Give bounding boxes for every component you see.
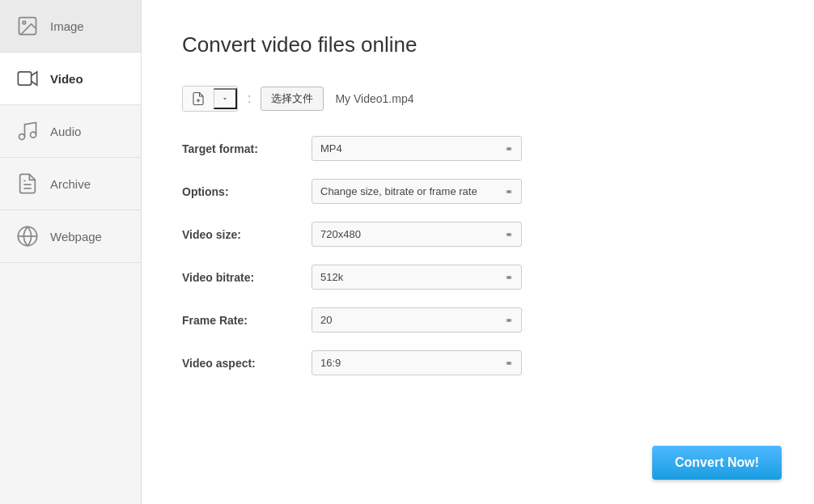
file-add-button-group [182,86,238,112]
video-aspect-row: Video aspect: 16:9 4:3 1:1 21:9 [182,350,774,375]
sidebar-item-image-label: Image [50,19,84,33]
sidebar-item-archive[interactable]: Archive [0,158,141,210]
video-aspect-select[interactable]: 16:9 4:3 1:1 21:9 [312,350,522,375]
frame-rate-label: Frame Rate: [182,314,312,327]
convert-now-button[interactable]: Convert Now! [652,446,782,480]
video-size-label: Video size: [182,228,312,241]
target-format-select[interactable]: MP4 AVI MKV MOV WMV FLV WebM [312,136,522,161]
archive-icon [16,172,39,195]
sidebar-item-audio-label: Audio [50,125,81,138]
main-content: Convert video files online : 选择文件 My Vid… [142,0,814,504]
svg-point-4 [31,132,36,138]
sidebar-item-video[interactable]: Video [0,53,141,105]
add-file-button[interactable] [183,87,214,111]
sidebar-item-webpage-label: Webpage [50,230,102,244]
options-label: Options: [182,185,312,198]
svg-point-3 [19,134,25,140]
image-icon [16,15,39,37]
video-bitrate-row: Video bitrate: 512k 256k 1024k 2048k 128… [182,265,774,290]
sidebar: Image Video Audio Archive [0,0,142,504]
frame-rate-row: Frame Rate: 20 24 25 30 60 [182,307,774,332]
sidebar-item-archive-label: Archive [50,177,91,191]
options-row: Options: Change size, bitrate or frame r… [182,179,774,204]
page-title: Convert video files online [182,32,774,57]
colon-separator: : [244,91,254,106]
file-selector-row: : 选择文件 My Video1.mp4 [182,86,774,112]
svg-rect-2 [18,72,31,85]
video-aspect-label: Video aspect: [182,357,312,370]
svg-point-1 [23,21,26,24]
sidebar-item-audio[interactable]: Audio [0,105,141,158]
video-bitrate-select[interactable]: 512k 256k 1024k 2048k 128k [312,265,522,290]
choose-file-button[interactable]: 选择文件 [261,87,324,111]
options-select[interactable]: Change size, bitrate or frame rate Defau… [312,179,522,204]
video-size-select[interactable]: 720x480 1280x720 1920x1080 640x360 320x2… [312,222,522,247]
chevron-down-icon [221,95,229,103]
sidebar-item-image[interactable]: Image [0,0,141,53]
video-size-row: Video size: 720x480 1280x720 1920x1080 6… [182,222,774,247]
webpage-icon [16,225,39,248]
video-bitrate-label: Video bitrate: [182,271,312,284]
audio-icon [16,120,39,142]
video-icon [16,67,39,90]
file-plus-icon [191,91,206,106]
target-format-row: Target format: MP4 AVI MKV MOV WMV FLV W… [182,136,774,161]
sidebar-item-video-label: Video [50,72,83,86]
selected-file-name: My Video1.mp4 [335,92,413,105]
target-format-label: Target format: [182,142,312,155]
sidebar-item-webpage[interactable]: Webpage [0,210,141,263]
frame-rate-select[interactable]: 20 24 25 30 60 [312,307,522,332]
add-file-dropdown-button[interactable] [214,88,237,109]
